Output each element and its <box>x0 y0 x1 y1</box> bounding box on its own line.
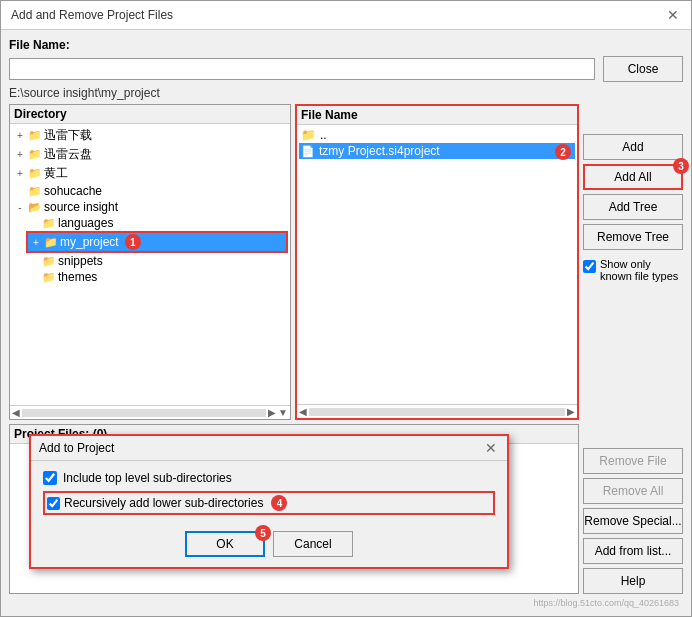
tree-label-source-insight: source insight <box>44 200 118 214</box>
tree-item-huanggong[interactable]: + 📁 黄工 <box>12 164 288 183</box>
folder-icon: 📁 <box>42 255 56 268</box>
tree-label-yunpan: 迅雷云盘 <box>44 146 92 163</box>
folder-icon: 📁 <box>44 236 58 249</box>
show-only-row: Show only known file types <box>583 258 683 282</box>
tree-label-languages: languages <box>58 216 113 230</box>
scroll-right[interactable]: ▶ <box>567 406 575 417</box>
folder-icon: 📁 <box>28 167 42 180</box>
panels-row: Directory + 📁 迅雷下载 + 📁 迅雷云盘 <box>9 104 683 420</box>
cancel-button[interactable]: Cancel <box>273 531 353 557</box>
tree-label-snippets: snippets <box>58 254 103 268</box>
expand-icon: + <box>30 237 42 248</box>
tree-label-my-project: my_project <box>60 235 119 249</box>
dialog-close-button[interactable]: ✕ <box>665 7 681 23</box>
file-name-input[interactable] <box>9 58 595 80</box>
folder-icon: 📁 <box>28 129 42 142</box>
expand-icon: - <box>14 202 26 213</box>
sub-dialog-close-button[interactable]: ✕ <box>483 440 499 456</box>
folder-icon: 📂 <box>28 201 42 214</box>
remove-file-button[interactable]: Remove File <box>583 448 683 474</box>
sub-dialog-title-bar: Add to Project ✕ <box>31 436 507 461</box>
add-all-label: Add All <box>614 170 651 184</box>
file-scrollbar[interactable]: ◀ ▶ <box>297 404 577 418</box>
show-only-label: Show only known file types <box>600 258 683 282</box>
main-dialog: Add and Remove Project Files ✕ File Name… <box>0 0 692 617</box>
recursively-row: Recursively add lower sub-directories 4 <box>43 491 495 515</box>
folder-icon: 📁 <box>42 271 56 284</box>
sub-dialog-title-text: Add to Project <box>39 441 114 455</box>
ok-button[interactable]: OK 5 <box>185 531 265 557</box>
recursively-checkbox[interactable] <box>47 497 60 510</box>
scroll-down[interactable]: ▼ <box>278 407 288 418</box>
folder-icon: 📁 <box>28 148 42 161</box>
expand-icon <box>14 186 26 197</box>
badge-5: 5 <box>255 525 271 541</box>
tree-label-xunlei: 迅雷下载 <box>44 127 92 144</box>
expand-icon <box>28 272 40 283</box>
recursively-label: Recursively add lower sub-directories <box>64 496 263 510</box>
expand-icon: + <box>14 149 26 160</box>
title-bar: Add and Remove Project Files ✕ <box>1 1 691 30</box>
tree-item-sohucache[interactable]: 📁 sohucache <box>12 183 288 199</box>
right-buttons-top: Add Add All 3 Add Tree Remove Tree Show … <box>583 104 683 420</box>
file-label-dotdot: .. <box>320 128 327 142</box>
include-top-checkbox[interactable] <box>43 471 57 485</box>
scroll-left[interactable]: ◀ <box>299 406 307 417</box>
dialog-body: File Name: Close E:\source insight\my_pr… <box>1 30 691 616</box>
right-buttons-bottom: Remove File Remove All Remove Special...… <box>583 424 683 594</box>
add-from-list-button[interactable]: Add from list... <box>583 538 683 564</box>
dir-scrollbar[interactable]: ◀ ▶ ▼ <box>10 405 290 419</box>
badge-4: 4 <box>271 495 287 511</box>
tree-item-languages[interactable]: 📁 languages <box>26 215 288 231</box>
expand-icon <box>28 256 40 267</box>
tree-item-xunlei[interactable]: + 📁 迅雷下载 <box>12 126 288 145</box>
file-label-project: tzmy Project.si4project <box>319 144 440 158</box>
tree-item-yunpan[interactable]: + 📁 迅雷云盘 <box>12 145 288 164</box>
remove-special-button[interactable]: Remove Special... <box>583 508 683 534</box>
file-icon: 📄 <box>301 145 315 158</box>
tree-item-my-project[interactable]: + 📁 my_project 1 <box>26 231 288 253</box>
badge-2: 2 <box>555 144 571 160</box>
watermark-text: https://blog.51cto.com/qq_40261683 <box>533 598 679 608</box>
directory-tree[interactable]: + 📁 迅雷下载 + 📁 迅雷云盘 + 📁 黄工 <box>10 124 290 405</box>
scroll-right[interactable]: ▶ <box>268 407 276 418</box>
show-only-checkbox[interactable] <box>583 260 596 273</box>
tree-item-themes[interactable]: 📁 themes <box>26 269 288 285</box>
dialog-title: Add and Remove Project Files <box>11 8 173 22</box>
tree-item-source-insight[interactable]: - 📂 source insight <box>12 199 288 215</box>
path-label: E:\source insight\my_project <box>9 86 683 100</box>
folder-icon: 📁 <box>42 217 56 230</box>
bottom-area: Project Files: (0) Add to Project ✕ Incl… <box>9 424 683 594</box>
directory-header: Directory <box>10 105 290 124</box>
expand-icon: + <box>14 130 26 141</box>
folder-icon: 📁 <box>28 185 42 198</box>
remove-all-button[interactable]: Remove All <box>583 478 683 504</box>
file-panel: File Name 📁 .. 📄 tzmy Project.si4project… <box>295 104 579 420</box>
file-list[interactable]: 📁 .. 📄 tzmy Project.si4project 2 <box>297 125 577 404</box>
add-to-project-dialog: Add to Project ✕ Include top level sub-d… <box>29 434 509 569</box>
file-header: File Name <box>297 106 577 125</box>
expand-icon: + <box>14 168 26 179</box>
tree-label-sohucache: sohucache <box>44 184 102 198</box>
directory-panel: Directory + 📁 迅雷下载 + 📁 迅雷云盘 <box>9 104 291 420</box>
add-all-button[interactable]: Add All 3 <box>583 164 683 190</box>
add-button[interactable]: Add <box>583 134 683 160</box>
file-item-project[interactable]: 📄 tzmy Project.si4project 2 <box>299 143 575 159</box>
watermark-row: https://blog.51cto.com/qq_40261683 <box>9 598 683 612</box>
close-button[interactable]: Close <box>603 56 683 82</box>
file-item-dotdot[interactable]: 📁 .. <box>299 127 575 143</box>
file-name-row: File Name: <box>9 38 683 52</box>
scroll-left[interactable]: ◀ <box>12 407 20 418</box>
file-icon: 📁 <box>301 128 316 142</box>
remove-tree-button[interactable]: Remove Tree <box>583 224 683 250</box>
add-tree-button[interactable]: Add Tree <box>583 194 683 220</box>
badge-3: 3 <box>673 158 689 174</box>
ok-label: OK <box>216 537 233 551</box>
sub-dialog-body: Include top level sub-directories Recurs… <box>31 461 507 525</box>
tree-item-snippets[interactable]: 📁 snippets <box>26 253 288 269</box>
sub-dialog-buttons: OK 5 Cancel <box>31 525 507 567</box>
help-button[interactable]: Help <box>583 568 683 594</box>
tree-label-huanggong: 黄工 <box>44 165 68 182</box>
badge-1: 1 <box>125 234 141 250</box>
tree-label-themes: themes <box>58 270 97 284</box>
